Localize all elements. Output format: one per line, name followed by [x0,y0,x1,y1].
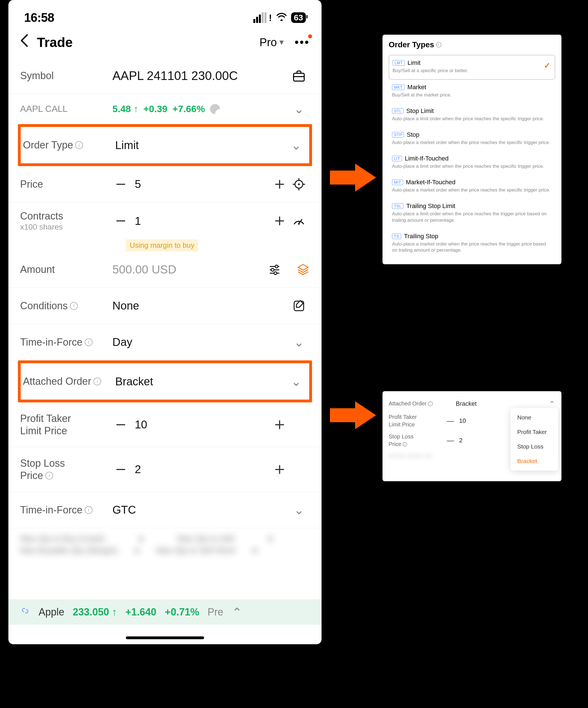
order-type-option[interactable]: LITLimit-If-TouchedAuto-place a limit or… [389,151,555,175]
p2-sl-value[interactable]: 2 [459,437,463,444]
layers-icon[interactable] [296,263,310,276]
arrow-icon [330,400,378,432]
status-icons: ! 63 [253,12,306,24]
chevron-up-icon[interactable]: ⌄ [549,399,555,408]
dropdown-option[interactable]: Profit Taker [510,425,558,439]
amount-label: Amount [20,264,112,275]
dropdown-option[interactable]: Bracket [510,454,558,468]
order-type-name: Limit [408,59,420,66]
leg-row[interactable]: AAPL CALL 5.48 ↑ +0.39 +7.66% ⌄ [8,94,322,124]
order-type-name: Trailing Stop Limit [406,202,455,210]
order-type-option[interactable]: MITMarket-If-TouchedAuto-place a market … [389,175,555,199]
pt-label-line1: Profit Taker [20,413,71,424]
amount-row: Amount 500.00 USD [8,252,322,288]
contracts-row: Contracts x100 shares 1 [8,202,322,239]
ticker-percent: +0.71% [165,606,199,618]
edit-icon[interactable] [292,299,305,313]
p2-pt-minus[interactable]: — [447,417,454,425]
contracts-minus-button[interactable] [112,212,129,229]
ticker-name: Apple [38,606,64,618]
order-type-option[interactable]: LMTLimitBuy/Sell at a specific price or … [389,55,555,80]
info-icon[interactable]: i [85,506,92,514]
battery-icon: 63 [291,12,306,23]
p2-attached-value: Bracket [456,400,477,407]
contracts-plus-button[interactable] [271,212,288,229]
info-icon[interactable]: i [436,42,441,48]
sliders-icon[interactable] [268,263,281,276]
info-icon[interactable]: i [75,141,83,149]
contracts-value[interactable]: 1 [129,215,271,227]
profit-taker-row: Profit Taker Limit Price 10 [8,402,322,447]
p2-pt-value[interactable]: 10 [459,417,466,424]
info-icon[interactable]: i [70,302,78,310]
back-icon[interactable] [20,34,29,51]
check-icon: ✓ [544,61,550,70]
chevron-down-icon[interactable]: ⌄ [291,138,301,152]
mode-selector[interactable]: Pro ▼ [260,36,285,49]
home-indicator [126,637,204,639]
order-types-title: Order Types i [389,40,555,49]
chevron-down-icon[interactable]: ⌄ [291,375,301,389]
order-type-option[interactable]: STLStop LimitAuto-place a limit order wh… [389,104,555,127]
p2-sl-label2: Price [389,441,402,447]
contracts-label: Contracts [20,210,63,222]
info-icon[interactable]: i [85,338,92,346]
order-type-tag: LIT [392,156,402,161]
svg-point-20 [274,272,277,274]
conditions-row[interactable]: Conditions i None [8,288,322,324]
chevron-down-icon[interactable]: ⌄ [294,335,304,349]
ticker-bar[interactable]: Apple 233.050 ↑ +1.640 +0.71% Pre ⌄ [8,599,322,625]
order-type-option[interactable]: TSLTrailing Stop LimitAuto-place a limit… [389,199,555,229]
p2-attached-label: Attached Order [389,401,427,407]
price-plus-button[interactable] [271,176,288,193]
symbol-label: Symbol [20,70,112,82]
dropdown-option[interactable]: Stop Loss [510,439,558,454]
p2-sl-minus[interactable]: — [447,436,454,445]
conditions-value: None [112,299,288,312]
order-type-option[interactable]: MKTMarketBuy/Sell at the market price. [389,80,555,104]
pt-minus-button[interactable] [112,416,129,433]
target-icon[interactable] [292,178,305,191]
dropdown-option[interactable]: None [510,410,558,425]
order-type-desc: Auto-place a market order when the price… [392,187,552,194]
info-icon[interactable]: i [93,378,101,385]
mode-label: Pro [260,36,277,49]
order-type-tag: TS [392,234,401,239]
order-type-row[interactable]: Order Type i Limit ⌄ [21,127,309,163]
order-type-desc: Auto-place a market order when the price… [392,140,552,146]
chevron-up-icon[interactable]: ⌄ [232,605,242,619]
tif-label: Time-in-Force [20,336,83,348]
order-type-value: Limit [115,139,285,152]
sl-label-line2: Price [20,470,43,481]
chevron-down-icon[interactable]: ⌄ [294,102,304,116]
order-type-name: Trailing Stop [404,233,438,240]
info-icon[interactable]: i [403,442,407,447]
sl-value[interactable]: 2 [129,463,271,476]
order-type-tag: STL [392,108,404,114]
order-type-tag: MKT [392,84,405,90]
tif-row[interactable]: Time-in-Force i Day ⌄ [8,324,322,360]
symbol-row[interactable]: Symbol AAPL 241101 230.00C [8,58,322,94]
tif2-row[interactable]: Time-in-Force i GTC ⌄ [8,492,322,528]
info-icon[interactable]: i [428,401,433,406]
order-type-desc: Buy/Sell at a specific price or better. [392,68,551,74]
symbol-value: AAPL 241101 230.00C [112,69,288,83]
pt-label-line2: Limit Price [20,425,67,437]
order-type-name: Market-If-Touched [406,179,455,186]
info-icon[interactable]: i [45,472,53,479]
attached-order-row[interactable]: Attached Order i Bracket ⌄ [21,363,309,400]
caret-down-icon: ▼ [278,38,285,47]
sl-plus-button[interactable] [271,461,288,478]
pt-value[interactable]: 10 [129,418,271,431]
pt-plus-button[interactable] [271,416,288,433]
order-type-option[interactable]: TSTrailing StopAuto-place a market order… [389,229,555,259]
sl-minus-button[interactable] [112,461,129,478]
p2-pt-label1: Profit Taker [389,414,417,420]
gauge-icon[interactable] [292,214,305,228]
briefcase-icon[interactable] [292,69,305,83]
order-type-option[interactable]: STPStopAuto-place a market order when th… [389,127,555,151]
price-value[interactable]: 5 [129,178,271,190]
more-icon[interactable]: ••• [295,36,310,49]
chevron-down-icon[interactable]: ⌄ [294,503,304,517]
price-minus-button[interactable] [112,176,129,193]
